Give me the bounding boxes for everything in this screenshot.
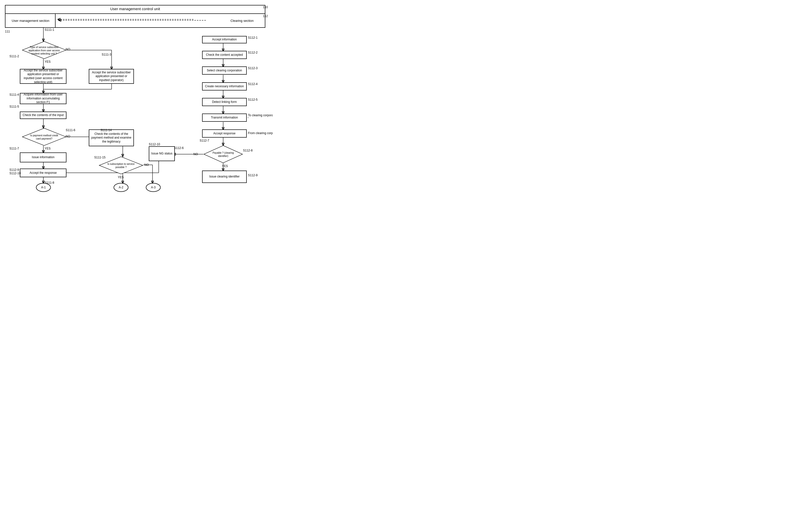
- label-s111-15: S111-15: [94, 156, 106, 159]
- box-issue-info: Issue information: [20, 152, 67, 163]
- box-accept-yes: Accept the service subscriber applicatio…: [20, 69, 67, 84]
- box-transmit: Transmit information: [202, 114, 247, 122]
- label-s112-9: S112-9: [10, 168, 19, 172]
- box-issue-ng: Issue NG status: [149, 146, 175, 161]
- box-select-corp: Select clearing corporation: [202, 66, 247, 75]
- box-check-input: Check the contents of the input: [20, 112, 67, 119]
- label-s111-1: S111-1: [45, 28, 54, 32]
- box-detect: Detect linking form: [202, 98, 247, 106]
- label-s112-10-right: S112-10: [149, 142, 160, 146]
- terminal-a2: A-2: [114, 183, 129, 192]
- label-s112-1: S112-1: [248, 36, 258, 39]
- label-to-clearing: To clearing corporation: [248, 114, 273, 117]
- box-check-payment: Check the contents of the payment method…: [89, 129, 134, 146]
- diamond2-text: Is payment method credit card payment?: [28, 134, 60, 140]
- label-s111-6: S111-6: [66, 128, 75, 132]
- diamond-payment: Is payment method credit card payment?: [22, 128, 67, 146]
- diamond-payable: Payable ? (clearing identifier): [203, 145, 243, 164]
- clearing-section-header: Clearing section: [220, 14, 264, 28]
- terminal-a3: A-3: [146, 183, 161, 192]
- label-s112-2: S112-2: [248, 51, 258, 54]
- diamond-service-type: Type of service subscriber application f…: [22, 41, 67, 59]
- box-accept-no: Accept the service subscriber applicatio…: [89, 69, 134, 84]
- main-title: User management control unit: [110, 7, 160, 11]
- diamond4-no: NO: [144, 163, 149, 167]
- diamond3-yes: YES: [222, 164, 228, 168]
- label-s112-9-right: S112-9: [248, 173, 258, 177]
- label-from-clearing: From clearing corporation: [248, 131, 273, 135]
- label-s112-4: S112-4: [248, 82, 258, 86]
- label-s111-4: S111-4: [10, 93, 19, 96]
- terminal-a1: A-1: [36, 183, 51, 192]
- label-s112-10-left: S112-10: [10, 172, 21, 175]
- box-check-content: Check the content accepted: [202, 51, 247, 59]
- flowchart-diagram: User management control unit User manage…: [5, 5, 268, 188]
- box-create-info: Create necessary information: [202, 82, 247, 91]
- diamond1-yes: YES: [45, 60, 51, 63]
- label-s112-7: S112-7: [200, 139, 209, 142]
- label-s111-3: S111-3: [102, 53, 111, 56]
- diamond2-yes: YES: [45, 147, 51, 150]
- label-s111-14: S111-14: [100, 128, 112, 132]
- box-accept-info: Accept information: [202, 36, 247, 43]
- diamond1-no: NO: [66, 48, 70, 51]
- box-acquire: Acquire information from user informatio…: [20, 93, 67, 104]
- label-s111-2: S111-2: [10, 55, 19, 58]
- outer-frame: User management control unit User manage…: [5, 5, 265, 28]
- diamond3-no: NO: [193, 152, 198, 156]
- label-s112-8: S112-8: [243, 149, 253, 152]
- ref-111: 111: [5, 30, 10, 33]
- diamond4-text: Is subscription to service possible ?: [105, 163, 137, 169]
- box-accept-resp-right: Accept response: [202, 129, 247, 138]
- diamond2-no: NO: [66, 135, 70, 138]
- label-s111-7: S111-7: [10, 147, 19, 150]
- diamond1-text: Type of service subscriber application f…: [28, 45, 60, 55]
- label-s112-6: S112-6: [174, 146, 184, 150]
- box-issue-clearing: Issue clearing identifier: [202, 171, 247, 183]
- label-s112-5: S112-5: [248, 98, 258, 101]
- user-management-section-header: User management section: [6, 14, 56, 28]
- ref-112: 112: [263, 14, 268, 18]
- diamond4-yes: YES: [118, 175, 124, 179]
- ref-110: 110: [263, 5, 268, 9]
- label-s111-5: S111-5: [10, 105, 19, 108]
- diamond3-text: Payable ? (clearing identifier): [208, 151, 238, 158]
- box-accept-response: Accept the response: [20, 169, 67, 177]
- label-s112-3: S112-3: [248, 66, 258, 70]
